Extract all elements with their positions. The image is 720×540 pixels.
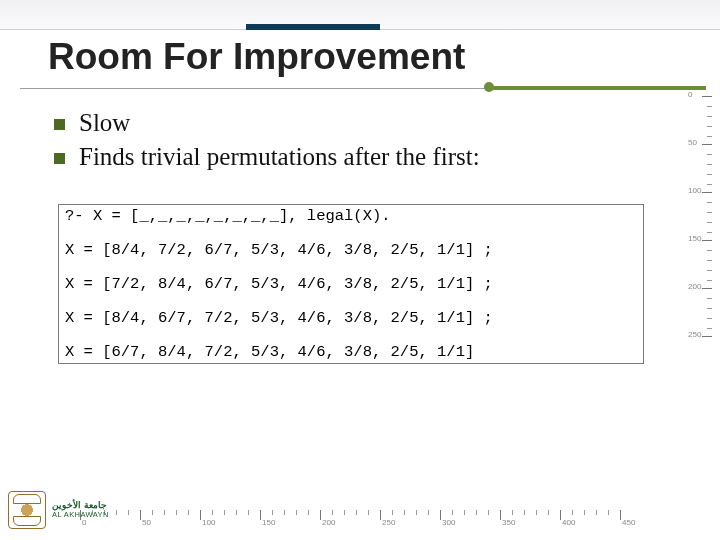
ruler-tick-label: 250 [382,518,395,527]
slide-top-accent [246,24,380,30]
ruler-tick-label: 150 [688,234,701,243]
ruler-tick-label: 300 [442,518,455,527]
code-result: X = [8/4, 7/2, 6/7, 5/3, 4/6, 3/8, 2/5, … [65,242,637,259]
logo-mark-icon [8,491,46,529]
ruler-tick-label: 50 [688,138,697,147]
code-blank [65,259,637,276]
code-query: ?- X = [_,_,_,_,_,_,_,_], legal(X). [65,208,637,225]
code-result: X = [8/4, 6/7, 7/2, 5/3, 4/6, 3/8, 2/5, … [65,310,637,327]
bullet-text: Finds trivial permutations after the fir… [79,143,480,170]
bullet-item: Slow [54,106,480,140]
ruler-tick-label: 50 [142,518,151,527]
ruler-tick-label: 200 [688,282,701,291]
ruler-tick-label: 450 [622,518,635,527]
title-accent-dot [484,82,494,92]
code-result: X = [7/2, 8/4, 6/7, 5/3, 4/6, 3/8, 2/5, … [65,276,637,293]
ruler-tick-label: 350 [502,518,515,527]
ruler-tick-label: 400 [562,518,575,527]
ruler-tick-label: 100 [202,518,215,527]
ruler-tick-label: 100 [688,186,701,195]
ruler-tick-label: 0 [688,90,692,99]
bullet-text: Slow [79,109,130,136]
bullet-item: Finds trivial permutations after the fir… [54,140,480,174]
vertical-ruler: 0 50 100 150 200 250 [688,96,714,504]
title-accent-line [490,86,706,90]
code-blank [65,225,637,242]
bullet-list: Slow Finds trivial permutations after th… [54,106,480,174]
horizontal-ruler: 0 50 100 150 200 250 300 350 400 450 [80,506,690,528]
university-logo: جامعة الأخوين AL AKHAWAYN [8,488,120,532]
code-blank [65,293,637,310]
logo-text-english: AL AKHAWAYN [52,511,109,519]
code-box: ?- X = [_,_,_,_,_,_,_,_], legal(X). X = … [58,204,644,364]
ruler-tick-label: 250 [688,330,701,339]
code-blank [65,327,637,344]
logo-text: جامعة الأخوين AL AKHAWAYN [52,501,109,518]
ruler-tick-label: 200 [322,518,335,527]
slide-title: Room For Improvement [48,36,465,78]
ruler-tick-label: 150 [262,518,275,527]
code-result: X = [6/7, 8/4, 7/2, 5/3, 4/6, 3/8, 2/5, … [65,344,637,361]
